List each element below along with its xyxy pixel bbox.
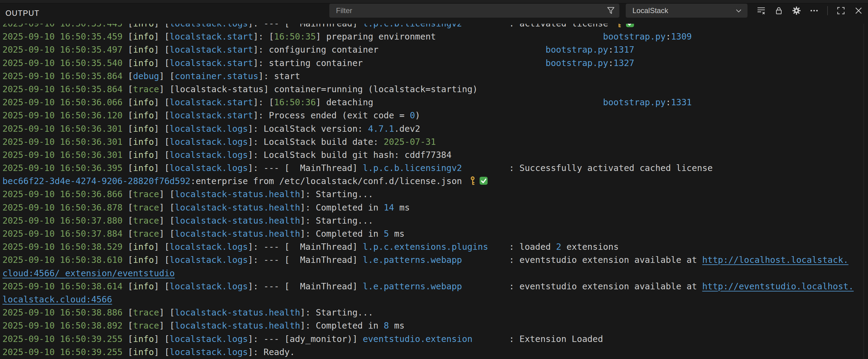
log-text: [ (128, 242, 133, 252)
log-text: ]: --- [ady_monitor)] (248, 334, 363, 344)
log-text: trace (133, 84, 159, 94)
log-text: ]: Completed in (300, 229, 384, 239)
tab-output[interactable]: OUTPUT (5, 4, 39, 23)
output-channel-select[interactable]: LocalStack (626, 4, 747, 18)
log-line: 2025-09-10 16:50:38.886 [trace] [localst… (2, 306, 854, 319)
log-text: 2025-09-10 16:50:36.301 (2, 150, 128, 160)
log-text: 0 (410, 110, 415, 121)
log-text: localstack.logs (169, 150, 248, 160)
log-text: : eventstudio extension available at (462, 282, 702, 291)
log-text: container.status (175, 71, 258, 81)
log-text: [ (128, 58, 133, 68)
log-text: 2025-09-10 16:50:35.864 (2, 84, 128, 94)
log-text: localstack.logs (169, 24, 248, 29)
log-text: 2025-09-10 16:50:38.886 (2, 307, 128, 318)
log-text: [ (128, 307, 133, 318)
log-text: info (133, 137, 154, 147)
log-text: ]: [ (253, 32, 274, 42)
log-line: 2025-09-10 16:50:39.255 [info] [localsta… (2, 332, 854, 346)
log-text: : Extension Loaded (472, 334, 603, 344)
log-text: 2025-09-10 16:50:35.540 (2, 58, 128, 68)
log-text: localstack-status.health (175, 321, 300, 331)
log-text: : (608, 45, 613, 55)
log-text: : (608, 58, 613, 68)
log-line: localstack.cloud:4566 (2, 293, 854, 306)
log-text: 2025-09-10 16:50:36.866 (2, 189, 128, 199)
log-link[interactable]: cloud:4566/_extension/eventstudio (2, 268, 175, 279)
log-text: 4.7.1 (368, 124, 394, 134)
log-text: ] [ (154, 242, 169, 252)
more-actions-button[interactable] (809, 5, 819, 16)
log-line: 2025-09-10 16:50:37.880 [trace] [localst… (2, 214, 854, 227)
log-text: 2025-09-10 16:50:37.880 (2, 216, 128, 226)
log-link[interactable]: http://localhost.localstack. (702, 255, 848, 265)
log-text: l.p.c.b.licensingv2 (363, 24, 462, 29)
log-text: localstack-status.health (175, 216, 300, 226)
log-text: 2025-09-10 16:50:36.066 (2, 97, 128, 107)
log-text: 2025-09-10 16:50:37.884 (2, 229, 128, 239)
log-text: ]: configuring container (253, 45, 546, 55)
log-text: [ (128, 45, 133, 55)
log-text: ms (389, 229, 404, 239)
log-text: 2025-09-10 16:50:39.255 (2, 347, 128, 357)
log-text: 2 (556, 242, 561, 252)
log-text: trace (133, 216, 159, 226)
log-text: ] [ (159, 71, 175, 81)
log-text: ) (415, 110, 420, 121)
log-text: info (133, 347, 154, 357)
output-channel-label: LocalStack (626, 6, 735, 15)
log-text: ]: Ready. (248, 347, 295, 357)
log-line: 2025-09-10 16:50:36.866 [trace] [localst… (2, 188, 854, 201)
log-text: localstack.logs (169, 124, 248, 134)
clear-output-button[interactable] (756, 5, 766, 16)
close-panel-button[interactable] (854, 5, 864, 16)
log-text: localstack.logs (169, 334, 248, 344)
log-text: localstack.logs (169, 282, 248, 291)
log-text: info (133, 334, 154, 344)
log-text: 2025-09-10 16:50:36.301 (2, 137, 128, 147)
log-text: [ (128, 24, 133, 29)
log-text: localstack.logs (169, 137, 248, 147)
log-text: ] [ (154, 334, 169, 344)
log-text: ]: --- [ MainThread] (248, 282, 363, 291)
log-text: [ (128, 71, 133, 81)
filter-funnel-icon[interactable] (607, 6, 615, 15)
log-text: eventstudio.extension (363, 334, 472, 344)
log-text: l.p.c.extensions.plugins (363, 242, 488, 252)
maximize-panel-button[interactable] (836, 5, 846, 16)
log-text: localstack.logs (169, 242, 248, 252)
log-lines: 2025-09-10 16:50:35.445 [info] [localsta… (2, 24, 854, 359)
lock-auto-scroll-button[interactable] (774, 5, 784, 16)
log-text: localstack.logs (169, 255, 248, 265)
log-line: 2025-09-10 16:50:39.255 [info] [localsta… (2, 346, 854, 359)
log-line: 2025-09-10 16:50:38.529 [info] [localsta… (2, 240, 854, 254)
log-line: 2025-09-10 16:50:36.395 [info] [localsta… (2, 162, 854, 175)
gear-icon (792, 6, 801, 15)
log-text: [ (128, 229, 133, 239)
log-text: : (665, 32, 671, 42)
log-text: [ (128, 150, 133, 160)
log-text: info (133, 110, 154, 121)
log-text: info (133, 45, 154, 55)
log-text: [ (128, 216, 133, 226)
ellipsis-icon (809, 6, 819, 15)
log-text: info (133, 124, 154, 134)
log-text: 8 (384, 321, 389, 331)
log-line: bec66f22-3d4e-4274-9206-28820f76d592:ent… (2, 175, 854, 188)
log-text: ] [ (159, 229, 175, 239)
settings-button[interactable] (791, 5, 802, 16)
key-emoji (615, 24, 624, 28)
log-line: 2025-09-10 16:50:35.540 [info] [localsta… (2, 57, 854, 70)
log-link[interactable]: http://eventstudio.localhost. (702, 282, 854, 291)
log-link[interactable]: localstack.cloud:4566 (2, 294, 112, 304)
filter-input[interactable] (329, 6, 619, 15)
log-line: 2025-09-10 16:50:38.892 [trace] [localst… (2, 319, 854, 332)
log-line: 2025-09-10 16:50:38.614 [info] [localsta… (2, 280, 854, 293)
log-line: 2025-09-10 16:50:36.301 [info] [localsta… (2, 149, 854, 162)
log-text: 14 (384, 203, 394, 213)
log-text: ms (389, 321, 404, 331)
log-text: [ (128, 163, 133, 173)
log-text: [ (128, 84, 133, 94)
log-text: bootstrap.py (546, 58, 609, 68)
log-text: trace (133, 189, 159, 199)
